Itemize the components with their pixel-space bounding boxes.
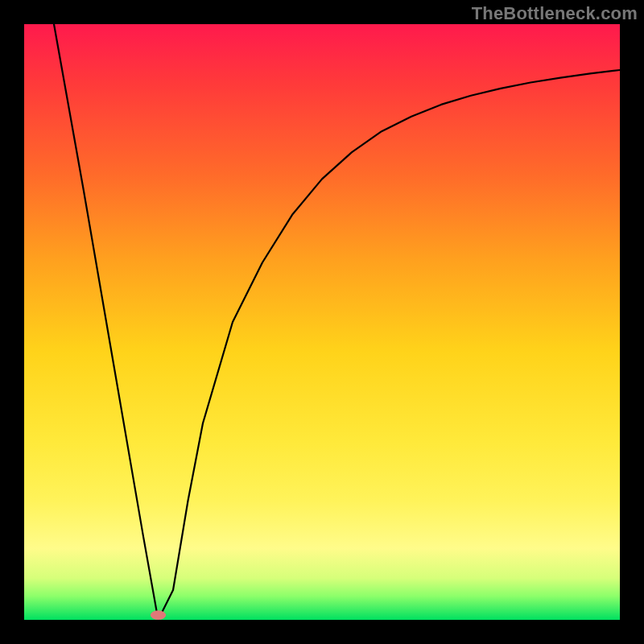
bottleneck-curve [54, 24, 620, 620]
attribution-label: TheBottleneck.com [472, 3, 638, 24]
chart-svg [24, 24, 620, 620]
chart-frame: TheBottleneck.com [0, 0, 644, 644]
optimal-point-marker [151, 610, 166, 620]
chart-plot-area [24, 24, 620, 620]
